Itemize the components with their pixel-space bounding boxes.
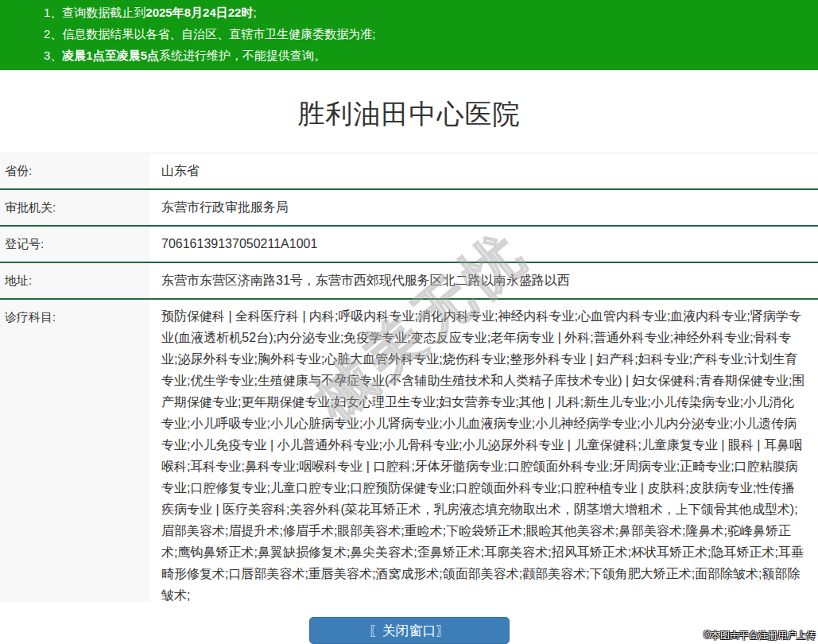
copyright-note: ©本图由平台注册用户上传 (704, 629, 816, 642)
field-value: 东营市行政审批服务局 (149, 190, 818, 225)
field-value: 预防保健科 | 全科医疗科 | 内科;呼吸内科专业;消化内科专业;神经内科专业;… (149, 300, 818, 602)
hospital-title: 胜利油田中心医院 (0, 96, 818, 133)
notice-number: 3、 (44, 48, 62, 62)
notice-line-2: 2、信息数据结果以各省、自治区、直辖市卫生健康委数据为准; (44, 27, 802, 41)
table-row-address: 地址: 东营市东营区济南路31号，东营市西郊现代服务区北二路以南永盛路以西 (0, 263, 818, 300)
notice-line-3: 3、凌晨1点至凌晨5点系统进行维护，不能提供查询。 (44, 48, 802, 62)
table-row-medical-departments: 诊疗科目: 预防保健科 | 全科医疗科 | 内科;呼吸内科专业;消化内科专业;神… (0, 300, 818, 602)
table-row-approval-authority: 审批机关: 东营市行政审批服务局 (0, 190, 818, 227)
field-value: 东营市东营区济南路31号，东营市西郊现代服务区北二路以南永盛路以西 (149, 263, 818, 298)
field-label: 登记号: (0, 227, 149, 262)
notice-bold-text: 凌晨1点至凌晨5点 (62, 48, 159, 62)
field-label: 省份: (0, 153, 149, 188)
notice-number: 2、 (44, 27, 62, 41)
notice-text-end: ; (253, 6, 256, 19)
field-label: 地址: (0, 263, 149, 298)
notice-bold-text: 2025年8月24日22时 (145, 6, 253, 19)
notice-text: 查询数据截止到 (62, 6, 145, 19)
field-label: 审批机关: (0, 190, 149, 225)
notice-banner: 1、查询数据截止到2025年8月24日22时; 2、信息数据结果以各省、自治区、… (0, 0, 818, 70)
table-row-province: 省份: 山东省 (0, 153, 818, 190)
button-row: 〖关闭窗口〗 (0, 617, 818, 644)
notice-text-end: 系统进行维护，不能提供查询。 (159, 48, 326, 62)
notice-line-1: 1、查询数据截止到2025年8月24日22时; (44, 6, 802, 19)
close-window-button[interactable]: 〖关闭窗口〗 (309, 617, 510, 644)
notice-text: 信息数据结果以各省、自治区、直辖市卫生健康委数据为准; (62, 27, 375, 41)
table-row-registration-number: 登记号: 70616139137050211A1001 (0, 227, 818, 263)
field-label: 诊疗科目: (0, 300, 149, 602)
field-value: 70616139137050211A1001 (149, 227, 818, 262)
notice-number: 1、 (44, 6, 62, 19)
info-table: 省份: 山东省 审批机关: 东营市行政审批服务局 登记号: 7061613913… (0, 153, 818, 602)
field-value: 山东省 (149, 153, 818, 188)
